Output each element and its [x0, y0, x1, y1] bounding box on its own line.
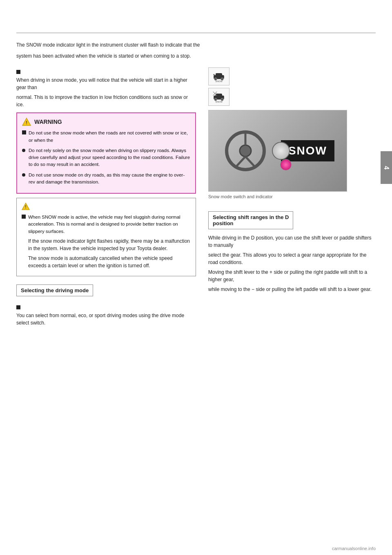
- svg-text:!: !: [26, 120, 27, 125]
- snow-off-icon-box: SNOW: [208, 88, 229, 106]
- warning-inner-bullet: [22, 130, 26, 134]
- section1-text2: normal. This is to improve the traction …: [16, 94, 196, 108]
- snow-image-inner: SNOW: [209, 110, 347, 191]
- shift-ranges-label-text: Selecting shift ranges in the D position: [213, 214, 289, 226]
- warning-box: ! WARNING Do not use the snow mode when …: [16, 112, 196, 194]
- svg-marker-8: [213, 74, 215, 75]
- warning-item-2: Do not use snow mode on dry roads, as th…: [22, 172, 190, 186]
- section-tab: 4: [381, 151, 392, 184]
- svg-rect-5: [216, 73, 222, 76]
- warning-header: ! WARNING: [22, 117, 190, 126]
- snow-on-icon: SNOW: [212, 70, 225, 83]
- caution-text-1: When SNOW mode is active, the vehicle ma…: [28, 214, 191, 235]
- section1-heading: [16, 69, 196, 74]
- caution-triangle-icon: !: [22, 202, 30, 210]
- svg-point-18: [240, 145, 251, 157]
- footer-url: carmanualsonline.info: [332, 546, 376, 551]
- snow-on-icon-box: SNOW: [208, 67, 229, 85]
- top-rule: [16, 33, 376, 33]
- snow-badge-text: SNOW: [288, 144, 327, 157]
- snow-icons-row: SNOW SNOW: [208, 67, 376, 106]
- top-intro-content2: system has been activated when the vehic…: [16, 52, 191, 60]
- warning-triangle-icon: !: [22, 117, 31, 126]
- top-intro-text: The SNOW mode indicator light in the ins…: [16, 41, 376, 49]
- driving-mode-section-heading: [16, 304, 196, 309]
- svg-text:SNOW: SNOW: [215, 81, 223, 83]
- steering-wheel-icon: [225, 130, 266, 171]
- svg-line-21: [245, 157, 255, 167]
- dial-control: [272, 142, 290, 160]
- svg-line-20: [236, 157, 245, 167]
- caution-header: !: [22, 202, 191, 210]
- driving-mode-text: You can select from normal, eco, or spor…: [16, 312, 196, 327]
- shift-ranges-text-3: Moving the shift lever to the + side or …: [208, 269, 376, 283]
- snow-image-caption: Snow mode switch and indicator: [208, 194, 376, 199]
- warning-section-text: Do not use the snow mode when the roads …: [29, 130, 190, 144]
- driving-mode-bullet: [16, 305, 20, 309]
- driving-mode-label-box: Selecting the driving mode: [16, 284, 93, 296]
- shift-ranges-label-box: Selecting shift ranges in the D position: [208, 211, 293, 229]
- warning-label-text: WARNING: [34, 119, 62, 125]
- section-tab-number: 4: [383, 166, 390, 170]
- section1-bullet: [16, 70, 20, 74]
- snow-mode-dial: [280, 159, 292, 170]
- driving-mode-label-text: Selecting the driving mode: [21, 287, 89, 293]
- caution-inner-bullet: [22, 215, 26, 219]
- warning-bullet-1-text: Do not rely solely on the snow mode when…: [29, 147, 190, 168]
- svg-text:!: !: [25, 205, 26, 210]
- caution-text-2: If the snow mode indicator light flashes…: [28, 237, 191, 252]
- left-column: When driving in snow mode, you will noti…: [16, 63, 204, 329]
- section1-text1: When driving in snow mode, you will noti…: [16, 76, 196, 91]
- shift-ranges-text-1: While driving in the D position, you can…: [208, 234, 376, 249]
- warning-bullet-1-icon: [22, 149, 25, 152]
- caution-text-3: The snow mode is automatically cancelled…: [28, 255, 191, 269]
- caution-box: ! When SNOW mode is active, the vehicle …: [16, 198, 196, 276]
- right-column: SNOW SNOW: [204, 63, 376, 329]
- warning-bullet-2-icon: [22, 173, 25, 177]
- svg-text:SNOW: SNOW: [215, 101, 223, 103]
- top-intro-content: The SNOW mode indicator light in the ins…: [16, 41, 200, 49]
- top-intro-text2: system has been activated when the vehic…: [16, 52, 376, 60]
- snow-dashboard-image: SNOW: [208, 110, 347, 192]
- page-container: The SNOW mode indicator light in the ins…: [0, 0, 392, 555]
- shift-ranges-text-4: while moving to the − side or pulling th…: [208, 286, 376, 293]
- warning-item-1: Do not rely solely on the snow mode when…: [22, 147, 190, 168]
- warning-bullet-2-text: Do not use snow mode on dry roads, as th…: [29, 172, 190, 186]
- shift-ranges-text-2: select the gear. This allows you to sele…: [208, 251, 376, 266]
- snow-off-icon: SNOW: [212, 91, 225, 103]
- top-section: The SNOW mode indicator light in the ins…: [0, 37, 392, 60]
- main-content: When driving in snow mode, you will noti…: [0, 63, 392, 329]
- shift-ranges-section: Selecting shift ranges in the D position…: [208, 211, 376, 293]
